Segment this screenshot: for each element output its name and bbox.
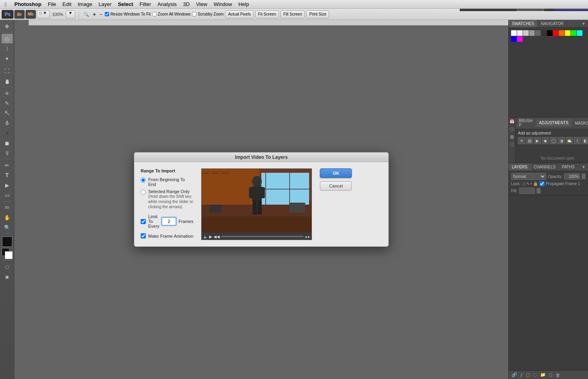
histogram-icon[interactable]: ▩ — [509, 134, 515, 141]
adj-bw[interactable]: ◑ — [558, 137, 565, 144]
info-icon[interactable]: ⓘ — [509, 127, 515, 133]
tool-path-select[interactable]: ▶ — [2, 180, 13, 190]
zoom-tool-icon[interactable]: 🔍 — [82, 12, 90, 17]
layers-panel-menu[interactable]: ▼ — [579, 163, 588, 171]
print-size-btn[interactable]: Print Size — [306, 10, 329, 18]
blend-mode-select[interactable]: Normal — [511, 173, 546, 180]
menu-view[interactable]: View — [193, 0, 210, 8]
history-icon[interactable]: 📅 — [509, 119, 515, 125]
limit-label[interactable]: Limit To Every — [148, 214, 159, 229]
zoom-dropdown[interactable]: ▼ — [66, 10, 75, 18]
ok-button[interactable]: OK — [320, 168, 352, 178]
tab-paths[interactable]: PATHS — [559, 163, 578, 171]
opacity-input[interactable] — [564, 173, 580, 180]
menu-help[interactable]: Help — [235, 0, 252, 8]
menu-image[interactable]: Image — [74, 0, 95, 8]
limit-checkbox[interactable] — [141, 219, 146, 224]
adj-color[interactable]: ◯ — [550, 137, 557, 144]
lock-transparent[interactable]: ◻ — [522, 182, 525, 186]
tab-channels[interactable]: CHANNELS — [531, 163, 559, 171]
tool-brush[interactable]: ✎ — [2, 98, 13, 108]
vc-fwd-frame[interactable]: ▸ — [308, 234, 310, 239]
opacity-scrubber[interactable] — [582, 174, 586, 179]
tool-eraser[interactable]: ◾ — [2, 128, 13, 138]
vc-rewind-btn[interactable]: ◀◀ — [214, 234, 220, 239]
vc-sound-btn[interactable]: 🔈 — [203, 234, 208, 239]
radio-selected[interactable] — [141, 190, 146, 195]
tab-adjustments[interactable]: ADJUSTMENTS — [536, 119, 572, 127]
adj-mixer[interactable]: ⌇ — [574, 137, 581, 144]
limit-value-input[interactable] — [162, 217, 176, 225]
apple-menu[interactable]:  — [0, 1, 11, 8]
make-animation-checkbox[interactable] — [141, 233, 146, 238]
tool-shape[interactable]: ▭ — [2, 190, 13, 200]
radio-beginning[interactable] — [141, 178, 146, 183]
add-mask-btn[interactable]: ▢ — [525, 372, 531, 377]
fill-input[interactable] — [519, 188, 535, 194]
swatch[interactable] — [565, 30, 570, 36]
zoom-all-checkbox[interactable]: Zoom All Windows — [152, 12, 190, 16]
tool-dodge[interactable]: ☿ — [2, 148, 13, 158]
swatch[interactable] — [553, 30, 559, 36]
mini-bridge-icon[interactable]: Mb — [25, 10, 36, 19]
tool-3d[interactable]: 3D — [2, 203, 13, 212]
menu-filter[interactable]: Filter — [136, 0, 154, 8]
tool-mask-mode[interactable]: ▢ — [2, 262, 13, 272]
tool-screen-mode[interactable]: ▣ — [2, 272, 13, 281]
tool-lasso[interactable]: 〉 — [2, 44, 13, 53]
swatch[interactable] — [571, 30, 576, 36]
add-style-btn[interactable]: ƒ — [519, 373, 524, 377]
swatch[interactable] — [517, 36, 523, 42]
arrange-btn[interactable]: □ ▼ — [37, 10, 50, 18]
vc-back-frame[interactable]: ◂ — [305, 234, 307, 239]
adj-brightness[interactable]: ☀ — [518, 137, 525, 144]
panel-menu-swatches[interactable]: ▼ — [579, 20, 588, 27]
lock-image[interactable]: ✎ — [526, 182, 529, 186]
tool-clone[interactable]: ⛏ — [2, 108, 13, 118]
bridge-icon[interactable]: Br — [14, 10, 25, 19]
swatch[interactable] — [523, 30, 529, 36]
tab-navigator[interactable]: NAVIGATOR — [538, 20, 567, 27]
menu-layer[interactable]: Layer — [95, 0, 115, 8]
properties-icon[interactable]: ⓘ — [509, 142, 515, 148]
background-swatch[interactable] — [5, 251, 13, 259]
menu-3d[interactable]: 3D — [180, 0, 193, 8]
menu-edit[interactable]: Edit — [59, 0, 74, 8]
new-group-btn[interactable]: 📁 — [539, 372, 547, 377]
tool-crop[interactable]: ⛶ — [2, 66, 13, 76]
fill-screen-btn[interactable]: Fill Screen — [280, 10, 305, 18]
swatch[interactable] — [559, 30, 564, 36]
new-fill-btn[interactable]: ◌ — [532, 372, 538, 377]
adj-hsl[interactable]: ◆ — [542, 137, 549, 144]
swatch[interactable] — [541, 30, 547, 36]
adj-posterize[interactable]: ◧ — [582, 137, 588, 144]
vc-slider[interactable] — [221, 236, 304, 237]
tool-move[interactable]: ✥ — [2, 21, 13, 31]
tool-healing[interactable]: ⚹ — [2, 88, 13, 98]
tab-layers[interactable]: LAYERS — [509, 163, 531, 171]
vc-play-btn[interactable]: ▶ — [209, 234, 212, 239]
menu-window[interactable]: Window — [210, 0, 235, 8]
cancel-button[interactable]: Cancel — [320, 181, 352, 191]
zoom-in-btn[interactable]: + — [92, 11, 97, 18]
adj-curves[interactable]: ▶ — [534, 137, 541, 144]
zoom-out-btn[interactable]: − — [98, 11, 103, 18]
tab-masks[interactable]: MASKS — [572, 120, 588, 127]
lock-all[interactable]: 🔒 — [533, 182, 538, 186]
swatch[interactable] — [511, 36, 517, 42]
foreground-color[interactable] — [2, 236, 12, 247]
tool-history[interactable]: ⛢ — [2, 118, 13, 128]
tool-hand[interactable]: ✋ — [2, 213, 13, 222]
tool-eyedropper[interactable]: ⛄ — [2, 76, 13, 86]
tool-marquee[interactable]: ◴ — [2, 34, 13, 43]
radio-beginning-label[interactable]: From Beginning To End — [148, 177, 193, 187]
tool-pen[interactable]: ✏ — [2, 160, 13, 170]
fit-screen-btn[interactable]: Fit Screen — [255, 10, 279, 18]
link-layers-btn[interactable]: 🔗 — [510, 372, 518, 377]
tool-zoom[interactable]: 🔍 — [2, 223, 13, 232]
menu-select[interactable]: Select — [115, 0, 136, 8]
lock-position[interactable]: ♯ — [530, 182, 532, 186]
tool-quick-select[interactable]: ✦ — [2, 54, 13, 63]
tool-gradient[interactable]: ◼ — [2, 138, 13, 148]
tool-text[interactable]: T — [2, 170, 13, 180]
